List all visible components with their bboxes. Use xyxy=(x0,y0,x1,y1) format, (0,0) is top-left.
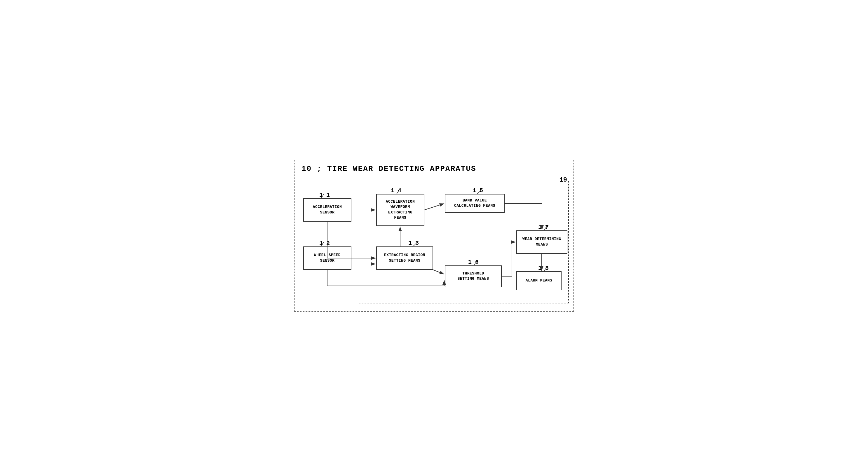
diagram-container: 10 ; TIRE WEAR DETECTING APPARATUS 19 AC… xyxy=(294,160,574,312)
block-17: WEAR DETERMININGMEANS xyxy=(516,230,567,254)
title-text: 10 ; TIRE WEAR DETECTING APPARATUS xyxy=(302,165,476,173)
ref-13: 1 3 xyxy=(408,240,419,246)
ref-12: 1 2 xyxy=(319,240,330,247)
block-12: WHEEL SPEEDSENSOR xyxy=(303,246,351,270)
ref-14: 1 4 xyxy=(391,187,401,194)
block-15: BAND VALUECALCULATING MEANS xyxy=(445,194,505,213)
block-14: ACCELERATIONWAVEFORMEXTRACTINGMEANS xyxy=(376,194,424,226)
ref-11: 1 1 xyxy=(319,192,330,199)
diagram-title: 10 ; TIRE WEAR DETECTING APPARATUS xyxy=(302,165,476,173)
block-13: EXTRACTING REGIONSETTING MEANS xyxy=(376,246,433,270)
block-18: ALARM MEANS xyxy=(516,271,562,290)
ref-15: 1 5 xyxy=(472,187,483,194)
block-11: ACCELERATIONSENSOR xyxy=(303,198,351,222)
ref-16: 1 6 xyxy=(468,259,479,265)
block-16: THRESHOLDSETTING MEANS xyxy=(445,265,502,287)
ref-17: 1 7 xyxy=(538,224,549,231)
ref-18: 1 8 xyxy=(538,265,549,271)
